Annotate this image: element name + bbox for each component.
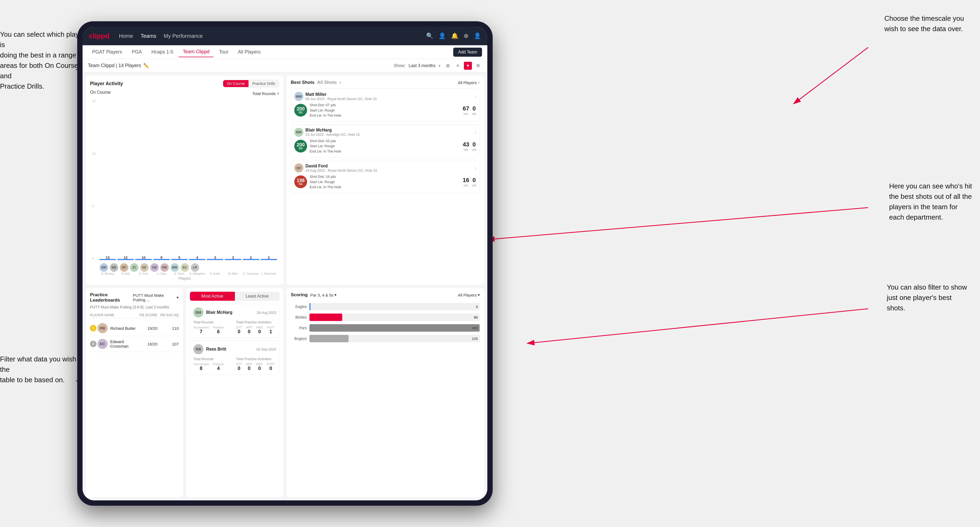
practice-drills-toggle[interactable]: Practice Drills (248, 80, 279, 87)
scoring-filter-icon: ▾ (334, 292, 337, 297)
putt-label-2: PUTT (267, 362, 275, 366)
main-content: Player Activity On Course Practice Drill… (83, 72, 487, 500)
active-stats-grid-2: Total Rounds Tournament 8 Practice 4 (193, 357, 276, 371)
bell-icon[interactable]: 🔔 (451, 32, 458, 40)
sub-nav-tour[interactable]: Tour (215, 47, 232, 57)
active-stat-putt-2: PUTT 0 (267, 362, 275, 371)
gtt-label-1: GTT (236, 326, 242, 329)
dropdown-icon[interactable]: ▾ (439, 63, 441, 68)
practice-rank-2: 2 (90, 341, 97, 347)
bar-highlight-8 (225, 259, 241, 260)
bar-group-6: 4 (189, 256, 205, 260)
shot-item-3: DF David Ford 24 Aug 2023 · Royal North … (291, 160, 480, 193)
practice-avatar-2: EC (97, 339, 108, 349)
shots-filter-dropdown[interactable]: ▾ (339, 80, 341, 85)
practice-player-name-2: Edward Crossman (110, 339, 136, 348)
sub-nav-pga[interactable]: PGA (127, 47, 146, 57)
scoring-player-filter-icon: ▾ (478, 292, 480, 297)
sg-num-2: 200 (297, 142, 305, 147)
show-select[interactable]: Last 3 months (409, 63, 436, 68)
chart-dropdown-icon[interactable]: ▾ (277, 91, 279, 95)
bar-highlight-9 (243, 259, 259, 260)
bar-highlight-7 (207, 259, 223, 260)
practice-value-2: 4 (213, 366, 224, 371)
all-shots-tab[interactable]: All Shots (317, 80, 337, 85)
user-icon[interactable]: 👤 (439, 32, 446, 40)
bar-highlight-5 (171, 259, 188, 260)
shot-metric-unit-1: yds (464, 112, 468, 115)
shot-badge-1: 200 SG (294, 104, 307, 117)
chart-select[interactable]: Total Rounds (252, 91, 275, 96)
svg-line-0 (794, 48, 868, 104)
bars-area: 13 12 (100, 100, 277, 262)
grid-view-icon[interactable]: ⊞ (444, 62, 452, 70)
shot-chevron-2[interactable]: › (474, 129, 476, 135)
practice-filter[interactable]: PUTT Must Make Putting ... ▾ (133, 293, 179, 302)
heart-view-icon[interactable]: ♥ (464, 62, 472, 70)
active-player-header-1: BM Blair McHarg 26 Aug 2023 (193, 307, 276, 317)
sg-label-2: SG (299, 147, 302, 150)
clippd-logo: clippd (89, 32, 110, 40)
chart-controls: On Course Total Rounds ▾ (90, 90, 279, 97)
th-pb-avg: PB AVG SQ (158, 313, 179, 317)
sub-navigation: PGAT Players PGA Hcaps 1-5 Team Clippd T… (83, 45, 487, 59)
shot-zero-unit-1: yds (472, 112, 476, 115)
sub-nav-all-players[interactable]: All Players (234, 47, 265, 57)
list-view-icon[interactable]: ≡ (454, 62, 462, 70)
x-label-1: B. McHarg (100, 272, 116, 275)
active-stats-rounds-title-2: Total Rounds (193, 357, 234, 361)
scoring-filter[interactable]: Par 3, 4 & 5s ▾ (310, 292, 337, 297)
scoring-player-filter-label: All Players (458, 293, 477, 297)
view-icons: ⊞ ≡ ♥ ⚙ (444, 62, 482, 70)
scoring-card: Scoring Par 3, 4 & 5s ▾ All Players ▾ Ea… (286, 288, 484, 497)
all-players-filter[interactable]: All Players ▾ (458, 80, 480, 85)
most-active-tab[interactable]: Most Active (190, 292, 235, 301)
active-stat-practice-2: Practice 4 (213, 362, 224, 371)
app-label-1: APP (247, 326, 252, 329)
scoring-row-eagles: Eagles 3 (291, 303, 480, 310)
annotation-player-select: You can select which player isdoing the … (0, 29, 85, 92)
profile-icon[interactable]: 👤 (474, 32, 481, 40)
edit-icon[interactable]: ✏️ (143, 63, 149, 69)
scoring-label-pars: Pars (291, 326, 307, 330)
active-player-1: BM Blair McHarg 26 Aug 2023 Total Rounds… (190, 304, 280, 338)
tournament-label-2: Tournament (193, 362, 209, 366)
practice-label-2: Practice (213, 362, 224, 366)
shot-player-detail-2: 23 Jul 2023 · Ashridge GC, Hole 15 (305, 133, 473, 137)
sub-nav-team-clippd[interactable]: Team Clippd (178, 47, 213, 57)
best-shots-header: Best Shots All Shots ▾ All Players ▾ (291, 80, 480, 85)
practice-avatar-1: RB (97, 323, 108, 333)
player-avatars-row: BM BB DF JC EE GB RB MM EC LR (92, 263, 277, 272)
scoring-player-filter[interactable]: All Players ▾ (458, 292, 480, 297)
th-pb-score: PB SCORE (136, 313, 158, 317)
team-header-right: Show: Last 3 months ▾ ⊞ ≡ ♥ ⚙ (394, 62, 482, 70)
shot-metric-unit-2: yds (464, 148, 468, 151)
active-stats-practice-1: Total Practice Activities GTT 0 APP 0 (236, 320, 277, 335)
search-icon[interactable]: 🔍 (426, 32, 433, 40)
shot-chevron-3[interactable]: › (474, 165, 476, 171)
avatar-britt: BB (110, 263, 118, 272)
best-shots-tab[interactable]: Best Shots (291, 80, 315, 85)
bar-group-9: 2 (243, 256, 259, 260)
nav-teams[interactable]: Teams (141, 33, 156, 39)
active-stat-gtt-1: GTT 0 (236, 326, 242, 335)
sub-nav-pgat[interactable]: PGAT Players (88, 47, 126, 57)
plus-icon[interactable]: ⊕ (464, 32, 468, 40)
practice-label-1: Practice (213, 326, 224, 329)
on-course-toggle[interactable]: On Course (223, 80, 249, 87)
shot-chevron-1[interactable]: › (474, 94, 476, 100)
nav-my-performance[interactable]: My Performance (164, 33, 203, 39)
shot-zero-val-1: 0 (473, 105, 476, 112)
add-team-button[interactable]: Add Team (453, 48, 482, 57)
scoring-bar-container-birdies: 96 (309, 314, 480, 321)
scoring-bar-value-pars: 499 (472, 326, 478, 330)
settings-view-icon[interactable]: ⚙ (474, 62, 482, 70)
least-active-tab[interactable]: Least Active (235, 292, 280, 301)
player-activity-title: Player Activity (90, 81, 123, 86)
shot-metric-2: 43 yds (463, 141, 469, 151)
active-stat-arg-1: ARG 0 (256, 326, 263, 335)
shot-stats-row-1: 200 SG Shot Dist: 67 yds Start Lie: Roug… (294, 103, 476, 118)
sub-nav-hcaps[interactable]: Hcaps 1-5 (147, 47, 177, 57)
nav-home[interactable]: Home (119, 33, 133, 39)
nav-items: Home Teams My Performance (119, 33, 426, 39)
